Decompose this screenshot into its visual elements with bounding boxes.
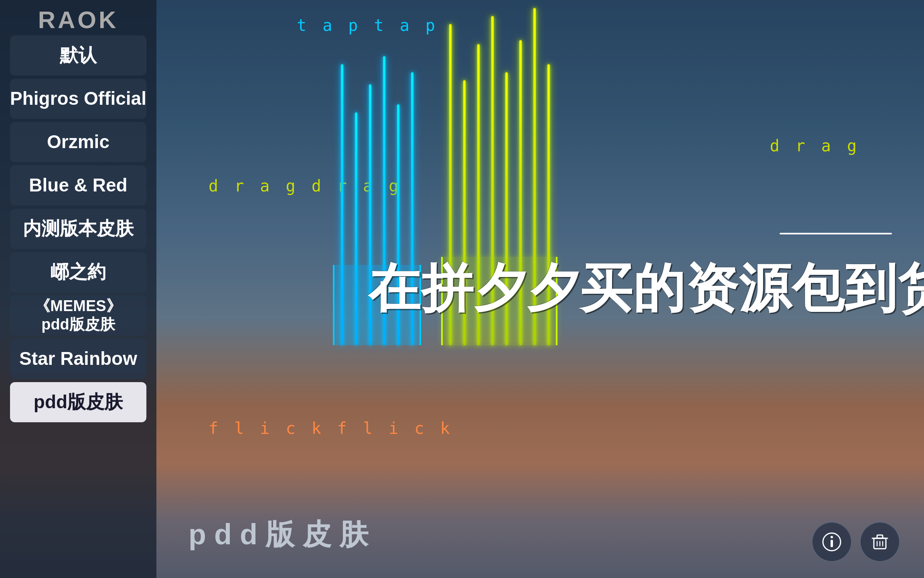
sidebar-item-label-memes: 《MEMES》 pdd版皮肤 (35, 297, 121, 334)
skin-preview: t a p t a p d r a g d r a g d r a g f l … (156, 0, 924, 578)
svg-rect-1 (831, 540, 833, 547)
info-button[interactable] (812, 522, 852, 562)
sidebar-item-label-phigros: Phigros Official (10, 88, 146, 110)
trash-icon (870, 532, 890, 552)
sidebar-item-beta[interactable]: 内测版本皮肤 (10, 209, 146, 249)
sidebar-item-memes[interactable]: 《MEMES》 pdd版皮肤 (10, 295, 146, 336)
delete-button[interactable] (860, 522, 900, 562)
sidebar-item-star-rainbow[interactable]: Star Rainbow (10, 339, 146, 379)
sidebar-item-label-beta: 内测版本皮肤 (23, 218, 134, 240)
sidebar-item-label-blue-red: Blue & Red (29, 174, 127, 196)
sidebar-item-label-orzmic: Orzmic (47, 131, 109, 153)
bottom-skin-name: p d d 版 皮 肤 (188, 515, 368, 554)
info-icon (822, 532, 842, 552)
sidebar-item-orzmic[interactable]: Orzmic (10, 122, 146, 162)
drag-right-label: d r a g (770, 136, 860, 155)
raok-label: RAOK (38, 8, 119, 32)
sidebar-item-label-star-rainbow: Star Rainbow (19, 348, 137, 370)
sidebar-item-pdd-skin[interactable]: pdd版皮肤 (10, 382, 146, 422)
sidebar-item-yuxue[interactable]: 峫之約 (10, 252, 146, 292)
main-content: t a p t a p d r a g d r a g d r a g f l … (156, 0, 924, 578)
sidebar-item-blue-red[interactable]: Blue & Red (10, 165, 146, 206)
sidebar-item-label-yuxue: 峫之約 (51, 261, 106, 283)
judgment-line (780, 233, 892, 234)
notes-visualization (317, 24, 606, 377)
skin-list-sidebar: RAOK 默认 Phigros Official Orzmic Blue & R… (0, 0, 156, 578)
sidebar-item-label-default: 默认 (60, 44, 97, 66)
svg-point-2 (831, 536, 833, 538)
sidebar-item-phigros-official[interactable]: Phigros Official (10, 79, 146, 119)
bottom-actions (812, 522, 900, 562)
flick-label: f l i c k f l i c k (209, 419, 453, 438)
sidebar-item-label-pdd: pdd版皮肤 (34, 391, 123, 413)
sidebar-item-raok-partial: RAOK (10, 8, 146, 32)
svg-rect-5 (877, 535, 883, 538)
sidebar-item-default[interactable]: 默认 (10, 35, 146, 75)
overlay-announcement: 在拼夕夕买的资源包到货了！ (368, 254, 924, 324)
